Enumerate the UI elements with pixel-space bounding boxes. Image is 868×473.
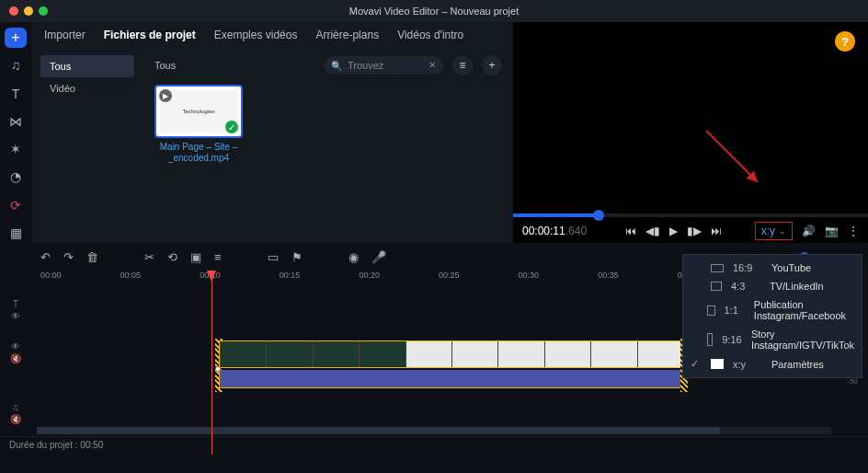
add-file-button[interactable]: + [482, 55, 502, 75]
help-button[interactable]: ? [835, 31, 855, 52]
effects-icon[interactable]: ✶ [5, 139, 27, 159]
audio-track-icon[interactable]: ♫ [5, 55, 27, 75]
video-track-header[interactable]: 👁🔇 [10, 340, 21, 364]
titles-icon[interactable]: T [5, 84, 27, 104]
clip-corner-handle[interactable] [215, 366, 221, 372]
aspect-option-16-9[interactable]: 16:9 YouTube [683, 259, 862, 277]
media-thumbnail[interactable]: ▶ Technologies ✓ Main Page – Site – _enc… [154, 85, 243, 164]
cut-icon[interactable]: ✂ [144, 250, 154, 264]
playhead[interactable] [211, 271, 212, 455]
aspect-ratio-button[interactable]: x:y ⌄ [755, 222, 793, 240]
horizontal-scrollbar[interactable] [37, 427, 831, 434]
window-title: Movavi Video Editor – Nouveau projet [349, 6, 519, 17]
timecode: 00:00:11.640 [522, 225, 587, 237]
delete-icon[interactable]: 🗑 [86, 250, 98, 264]
marker-icon[interactable]: ⚑ [291, 250, 303, 264]
filter-button[interactable]: ≡ [452, 55, 473, 75]
preview-panel: ? 00:00:11.640 ⏮ ◀▮ ▶ ▮▶ ⏭ x:y ⌄ 🔊 📷 ⋮ [513, 22, 868, 243]
project-duration: Durée du projet : 00:50 [9, 440, 103, 450]
minimize-window-icon[interactable] [24, 6, 33, 16]
annotation-arrow [697, 121, 771, 195]
files-area: Tous 🔍 Trouvez ✕ ≡ + ▶ Technologies [143, 48, 513, 243]
close-window-icon[interactable] [9, 6, 18, 16]
volume-icon[interactable]: 🔊 [802, 225, 816, 237]
category-list: Tous Vidéo [31, 48, 143, 243]
record-video-icon[interactable]: ◉ [348, 250, 359, 264]
redo-icon[interactable]: ↷ [63, 250, 74, 264]
tab-videos-intro[interactable]: Vidéos d'intro [397, 29, 463, 41]
ratio-1-1-icon [707, 306, 714, 316]
used-check-icon: ✓ [225, 121, 238, 133]
snapshot-icon[interactable]: 📷 [825, 225, 839, 237]
ratio-9-16-icon [707, 333, 713, 346]
svg-line-0 [706, 131, 758, 182]
rotate-icon[interactable]: ⟲ [167, 250, 177, 264]
play-icon[interactable]: ▶ [669, 225, 678, 237]
category-tous[interactable]: Tous [40, 55, 134, 77]
next-frame-icon[interactable]: ▮▶ [687, 225, 702, 237]
ratio-4-3-icon [711, 282, 722, 291]
ratio-custom-icon [711, 359, 724, 369]
thumbnail-label-line2: _encoded.mp4 [168, 153, 229, 163]
tab-arriere-plans[interactable]: Arrière-plans [315, 29, 379, 41]
aspect-option-4-3[interactable]: 4:3 TV/LinkedIn [683, 277, 862, 295]
skip-start-icon[interactable]: ⏮ [625, 225, 636, 237]
more-icon[interactable]: ⋮ [848, 225, 859, 237]
add-media-button[interactable]: + [5, 28, 27, 48]
search-placeholder: Trouvez [348, 60, 383, 71]
left-sidebar: + ♫ T ⋈ ✶ ◔ ⟳ ▦ [0, 22, 31, 243]
search-input[interactable]: 🔍 Trouvez ✕ [324, 56, 443, 75]
ai-tools-icon[interactable]: ⟳ [5, 195, 27, 215]
traffic-lights [9, 6, 48, 16]
record-audio-icon[interactable]: 🎤 [371, 250, 386, 264]
aspect-option-custom[interactable]: ✓ x:y Paramètres [683, 354, 862, 374]
search-icon: 🔍 [331, 61, 342, 71]
skip-end-icon[interactable]: ⏭ [711, 225, 722, 237]
preview-seek-bar[interactable] [513, 213, 868, 217]
play-overlay-icon: ▶ [159, 89, 172, 102]
clear-search-icon[interactable]: ✕ [428, 60, 436, 70]
tab-fichiers-de-projet[interactable]: Fichiers de projet [104, 29, 196, 41]
aspect-option-9-16[interactable]: 9:16 Story Instagram/IGTV/TikTok [683, 325, 862, 354]
thumbnail-label-line1: Main Page – Site – [160, 142, 238, 152]
color-icon[interactable]: ≡ [214, 250, 222, 264]
track-headers: T👁 👁🔇 ♫🔇 [0, 271, 31, 455]
linked-track-header[interactable]: T👁 [11, 298, 20, 322]
import-panel: Importer Fichiers de projet Exemples vid… [31, 22, 513, 243]
stickers-icon[interactable]: ◔ [5, 167, 27, 187]
aspect-option-1-1[interactable]: 1:1 Publication Instagram/Facebook [683, 295, 862, 325]
zoom-window-icon[interactable] [39, 6, 48, 16]
audio-track-header[interactable]: ♫🔇 [10, 401, 21, 425]
crop-icon[interactable]: ▣ [190, 250, 201, 264]
aspect-ratio-menu: 16:9 YouTube 4:3 TV/LinkedIn 1:1 Publica… [682, 254, 862, 378]
prev-frame-icon[interactable]: ◀▮ [645, 225, 660, 237]
overlay-icon[interactable]: ▭ [268, 250, 279, 264]
undo-icon[interactable]: ↶ [40, 250, 51, 264]
tab-importer[interactable]: Importer [44, 29, 86, 41]
check-icon: ✓ [691, 358, 702, 370]
transitions-icon[interactable]: ⋈ [5, 111, 27, 132]
status-bar: Durée du projet : 00:50 [0, 436, 868, 455]
chevron-down-icon: ⌄ [779, 226, 786, 236]
more-tools-icon[interactable]: ▦ [5, 223, 27, 243]
video-clip[interactable] [219, 340, 684, 368]
audio-clip[interactable] [219, 370, 684, 388]
import-tabs: Importer Fichiers de projet Exemples vid… [31, 22, 513, 48]
category-video[interactable]: Vidéo [40, 77, 134, 99]
files-heading: Tous [154, 60, 176, 71]
ratio-16-9-icon [711, 264, 724, 272]
window-titlebar: Movavi Video Editor – Nouveau projet [0, 0, 868, 22]
tab-exemples-videos[interactable]: Exemples vidéos [214, 29, 298, 41]
